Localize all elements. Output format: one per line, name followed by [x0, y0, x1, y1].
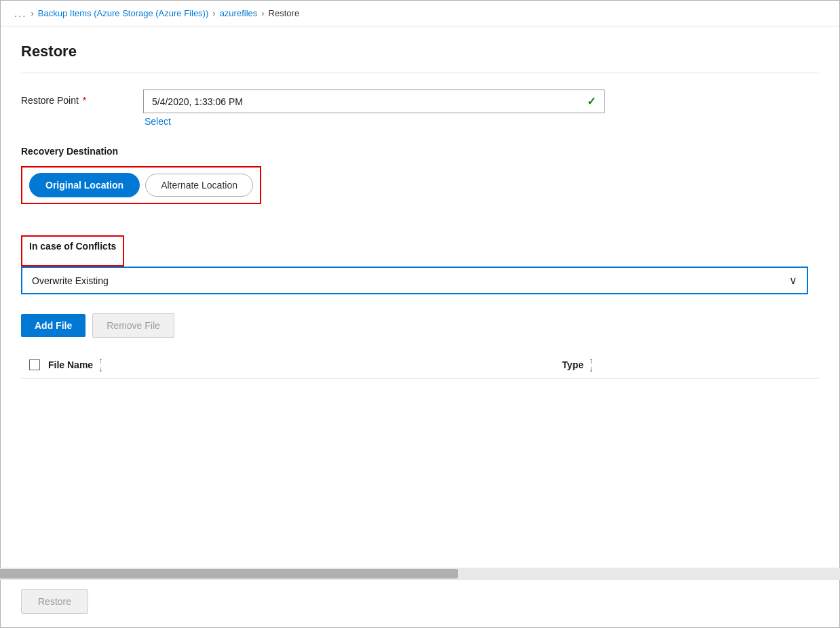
conflicts-label: In case of Conflicts	[29, 241, 116, 252]
breadcrumb-sep-1: ›	[31, 8, 34, 18]
conflicts-dropdown[interactable]: Overwrite Existing ∨	[21, 267, 808, 294]
restore-button: Restore	[21, 589, 88, 614]
required-star: *	[80, 95, 86, 106]
alternate-location-button[interactable]: Alternate Location	[145, 174, 253, 197]
conflicts-red-box: In case of Conflicts	[21, 235, 124, 267]
col-filename-header: File Name ↑↓	[48, 357, 562, 373]
recovery-destination-section: Recovery Destination Original Location A…	[21, 146, 819, 204]
breadcrumb-sep-3: ›	[261, 8, 264, 18]
remove-file-button: Remove File	[92, 313, 174, 338]
filename-sort-icon[interactable]: ↑↓	[98, 357, 102, 373]
title-divider	[21, 73, 819, 73]
check-icon: ✓	[587, 95, 596, 108]
recovery-dest-label: Recovery Destination	[21, 146, 819, 157]
location-buttons: Original Location Alternate Location	[29, 173, 253, 197]
breadcrumb-azurefiles[interactable]: azurefiles	[220, 8, 258, 18]
original-location-button[interactable]: Original Location	[29, 173, 140, 197]
select-link[interactable]: Select	[145, 116, 605, 127]
breadcrumb-sep-2: ›	[212, 8, 215, 18]
breadcrumb-dots: ...	[14, 7, 27, 19]
restore-point-label: Restore Point *	[21, 90, 116, 106]
page-title: Restore	[21, 43, 819, 60]
type-sort-down-icon: ↓	[589, 365, 593, 373]
conflicts-section: In case of Conflicts Overwrite Existing …	[21, 235, 819, 294]
type-sort-icon[interactable]: ↑↓	[589, 357, 593, 373]
breadcrumb: ... › Backup Items (Azure Storage (Azure…	[1, 1, 839, 26]
col-type-label: Type	[562, 359, 584, 370]
conflicts-dropdown-value: Overwrite Existing	[32, 275, 109, 286]
horizontal-scrollbar[interactable]: ◀ ▶	[0, 568, 840, 580]
main-window: ... › Backup Items (Azure Storage (Azure…	[0, 0, 840, 628]
scrollbar-thumb[interactable]	[0, 569, 458, 578]
footer: Restore	[1, 580, 839, 627]
restore-point-section: Restore Point * 5/4/2020, 1:33:06 PM ✓ S…	[21, 90, 819, 127]
breadcrumb-backup-items[interactable]: Backup Items (Azure Storage (Azure Files…	[38, 8, 208, 18]
col-type-header: Type ↑↓	[562, 357, 819, 373]
restore-point-value-box[interactable]: 5/4/2020, 1:33:06 PM ✓	[143, 90, 605, 113]
table-select-all[interactable]	[21, 359, 48, 370]
col-filename-label: File Name	[48, 359, 93, 370]
chevron-down-icon: ∨	[789, 274, 797, 287]
sort-down-icon: ↓	[98, 365, 102, 373]
content-area: Restore Restore Point * 5/4/2020, 1:33:0…	[1, 26, 839, 568]
location-red-box: Original Location Alternate Location	[21, 166, 261, 204]
restore-point-value: 5/4/2020, 1:33:06 PM	[152, 96, 243, 107]
file-actions: Add File Remove File	[21, 313, 819, 338]
add-file-button[interactable]: Add File	[21, 314, 85, 337]
breadcrumb-restore: Restore	[269, 8, 300, 18]
table-header: File Name ↑↓ Type ↑↓	[21, 351, 819, 379]
restore-point-input-group: 5/4/2020, 1:33:06 PM ✓ Select	[143, 90, 605, 127]
select-all-checkbox[interactable]	[29, 359, 40, 370]
